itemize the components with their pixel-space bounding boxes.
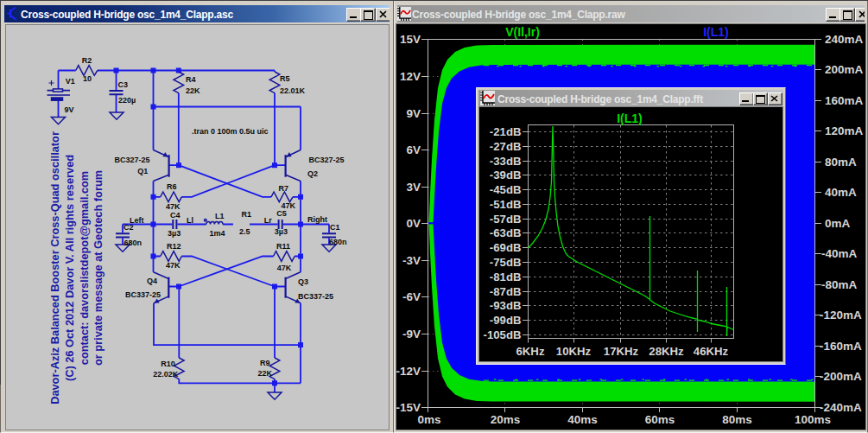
svg-text:R11: R11	[276, 242, 290, 251]
svg-text:R7: R7	[278, 184, 288, 193]
svg-text:-27dB: -27dB	[490, 140, 522, 153]
svg-text:V(Il,Ir): V(Il,Ir)	[505, 25, 540, 39]
svg-text:1m4: 1m4	[210, 229, 225, 238]
svg-text:I(L1): I(L1)	[703, 25, 729, 39]
svg-text:-3V: -3V	[402, 254, 421, 267]
svg-text:.tran 0 100m 0.5u uic: .tran 0 100m 0.5u uic	[192, 127, 269, 136]
svg-text:6V: 6V	[406, 143, 421, 156]
svg-text:R12: R12	[167, 242, 181, 251]
svg-text:Q2: Q2	[307, 169, 318, 178]
svg-text:22.02K: 22.02K	[153, 370, 179, 379]
svg-text:3µ3: 3µ3	[168, 229, 181, 238]
svg-text:Davor-Aziz Balanced Booster Cr: Davor-Aziz Balanced Booster Cross-Quad o…	[48, 131, 61, 404]
svg-text:R4: R4	[186, 75, 196, 84]
svg-text:Ll: Ll	[187, 216, 193, 225]
svg-text:-39dB: -39dB	[490, 169, 522, 181]
svg-text:-45dB: -45dB	[490, 183, 522, 196]
svg-text:-9V: -9V	[402, 328, 421, 341]
svg-text:-105dB: -105dB	[484, 328, 522, 341]
svg-text:R10: R10	[161, 360, 175, 368]
svg-text:10KHz: 10KHz	[556, 345, 592, 358]
svg-text:-160mA: -160mA	[820, 340, 862, 353]
svg-text:C1: C1	[330, 223, 340, 232]
svg-text:L1: L1	[215, 212, 225, 220]
svg-text:Q3: Q3	[298, 277, 308, 286]
svg-text:-57dB: -57dB	[490, 213, 522, 226]
svg-text:-93dB: -93dB	[490, 299, 522, 312]
svg-text:-21dB: -21dB	[490, 125, 522, 138]
svg-text:220µ: 220µ	[118, 96, 136, 105]
svg-text:-33dB: -33dB	[490, 155, 522, 168]
svg-text:3V: 3V	[406, 181, 421, 194]
svg-text:-63dB: -63dB	[490, 226, 522, 239]
svg-text:240mA: 240mA	[825, 33, 864, 46]
svg-text:9V: 9V	[65, 105, 74, 114]
svg-text:100ms: 100ms	[795, 413, 831, 426]
svg-text:R5: R5	[280, 74, 290, 83]
svg-text:22K: 22K	[186, 86, 200, 95]
svg-text:-15V: -15V	[396, 401, 421, 414]
svg-text:-12V: -12V	[396, 365, 421, 378]
svg-text:BC337-25: BC337-25	[125, 290, 161, 299]
svg-text:120mA: 120mA	[825, 124, 864, 137]
svg-text:9V: 9V	[406, 107, 421, 120]
svg-text:15V: 15V	[400, 33, 421, 46]
svg-text:V1: V1	[66, 77, 75, 86]
svg-text:40mA: 40mA	[825, 186, 857, 199]
svg-text:10: 10	[83, 74, 92, 83]
svg-text:680n: 680n	[124, 239, 143, 247]
svg-text:C5: C5	[276, 209, 287, 218]
svg-text:-69dB: -69dB	[490, 241, 522, 254]
svg-text:-240mA: -240mA	[820, 401, 862, 414]
svg-text:17KHz: 17KHz	[604, 345, 639, 358]
svg-text:47K: 47K	[166, 202, 181, 211]
svg-text:-99dB: -99dB	[490, 314, 522, 327]
svg-text:I(L1): I(L1)	[617, 111, 643, 125]
svg-text:-40mA: -40mA	[821, 247, 858, 260]
svg-text:-120mA: -120mA	[820, 309, 862, 322]
svg-text:Q1: Q1	[137, 167, 148, 175]
svg-text:47K: 47K	[277, 264, 292, 272]
svg-text:contact: davorslistdepot@gmail: contact: davorslistdepot@gmail.com	[78, 171, 91, 365]
svg-text:40ms: 40ms	[567, 413, 598, 426]
svg-text:0V: 0V	[406, 217, 421, 230]
svg-text:-6V: -6V	[402, 290, 421, 303]
svg-text:6KHz: 6KHz	[516, 345, 545, 358]
svg-text:C3: C3	[117, 80, 128, 89]
svg-text:20ms: 20ms	[491, 413, 521, 426]
svg-text:-81dB: -81dB	[490, 271, 522, 283]
svg-text:Lr: Lr	[264, 216, 272, 225]
svg-text:47K: 47K	[166, 261, 181, 270]
svg-text:-87dB: -87dB	[490, 285, 522, 298]
svg-text:80mA: 80mA	[825, 156, 857, 169]
svg-text:46KHz: 46KHz	[694, 345, 729, 358]
svg-text:60ms: 60ms	[645, 413, 675, 426]
svg-text:200mA: 200mA	[825, 63, 864, 76]
svg-text:BC337-25: BC337-25	[298, 292, 333, 301]
svg-text:680n: 680n	[329, 238, 347, 246]
svg-text:80ms: 80ms	[722, 413, 752, 426]
svg-text:160mA: 160mA	[825, 94, 864, 107]
svg-text:Q4: Q4	[147, 277, 157, 285]
svg-text:BC327-25: BC327-25	[115, 156, 150, 164]
svg-text:22.01K: 22.01K	[280, 86, 306, 95]
svg-text:22K: 22K	[258, 369, 273, 378]
svg-text:(C) 26 Oct 2012 Davor V. All r: (C) 26 Oct 2012 Davor V. All rights rese…	[63, 155, 76, 381]
svg-text:3µ3: 3µ3	[275, 227, 288, 236]
svg-text:-75dB: -75dB	[490, 256, 522, 269]
svg-text:R6: R6	[167, 182, 177, 191]
svg-text:-200mA: -200mA	[820, 370, 862, 383]
svg-text:R2: R2	[82, 56, 92, 65]
svg-text:C2: C2	[124, 223, 134, 232]
svg-text:28KHz: 28KHz	[649, 345, 684, 358]
svg-text:0mA: 0mA	[825, 217, 851, 230]
svg-text:Right: Right	[307, 215, 327, 224]
svg-text:C4: C4	[170, 211, 181, 220]
svg-text:0ms: 0ms	[417, 413, 440, 426]
svg-text:R1: R1	[242, 210, 252, 219]
svg-text:12V: 12V	[400, 70, 421, 83]
svg-text:BC327-25: BC327-25	[309, 156, 345, 164]
svg-text:or private message at Geotech: or private message at Geotech forum	[92, 170, 105, 366]
svg-text:2.5: 2.5	[239, 227, 250, 236]
svg-text:R9: R9	[260, 359, 270, 367]
